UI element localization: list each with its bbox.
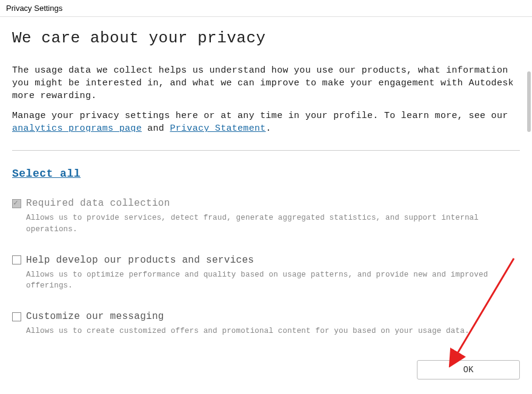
intro-text-suffix: .	[266, 123, 271, 132]
select-all-link[interactable]: Select all	[12, 168, 81, 180]
analytics-programs-link[interactable]: analytics programs page	[12, 123, 142, 132]
intro-scroll-area: We care about your privacy The usage dat…	[0, 17, 532, 132]
privacy-statement-link[interactable]: Privacy Statement	[170, 123, 265, 132]
intro-text-mid: and	[142, 123, 170, 132]
option-title: Help develop our products and services	[26, 255, 254, 266]
content-wrapper: We care about your privacy The usage dat…	[0, 17, 532, 392]
window-title: Privacy Settings	[0, 0, 532, 17]
checkbox-required-data	[12, 199, 21, 208]
option-header: Required data collection	[12, 198, 520, 209]
page-heading: We care about your privacy	[12, 29, 520, 47]
section-divider	[12, 150, 520, 151]
option-description: Allows us to provide services, detect fr…	[26, 212, 520, 235]
checkbox-customize-messaging[interactable]	[12, 312, 21, 321]
option-help-develop: Help develop our products and services A…	[0, 255, 532, 292]
intro-paragraph-1: The usage data we collect helps us under…	[12, 64, 520, 102]
intro-text-prefix: Manage your privacy settings here or at …	[12, 111, 508, 121]
option-title: Customize our messaging	[26, 311, 164, 322]
ok-button[interactable]: OK	[417, 360, 520, 379]
option-required-data: Required data collection Allows us to pr…	[0, 198, 532, 235]
scrollbar[interactable]	[527, 71, 531, 132]
checkbox-help-develop[interactable]	[12, 255, 21, 264]
option-description: Allows us to create customized offers an…	[26, 326, 520, 337]
option-header: Help develop our products and services	[12, 255, 520, 266]
intro-paragraph-2: Manage your privacy settings here or at …	[12, 110, 520, 132]
option-header: Customize our messaging	[12, 311, 520, 322]
option-title: Required data collection	[26, 198, 170, 209]
option-customize-messaging: Customize our messaging Allows us to cre…	[0, 311, 532, 337]
option-description: Allows us to optimize performance and qu…	[26, 269, 520, 292]
